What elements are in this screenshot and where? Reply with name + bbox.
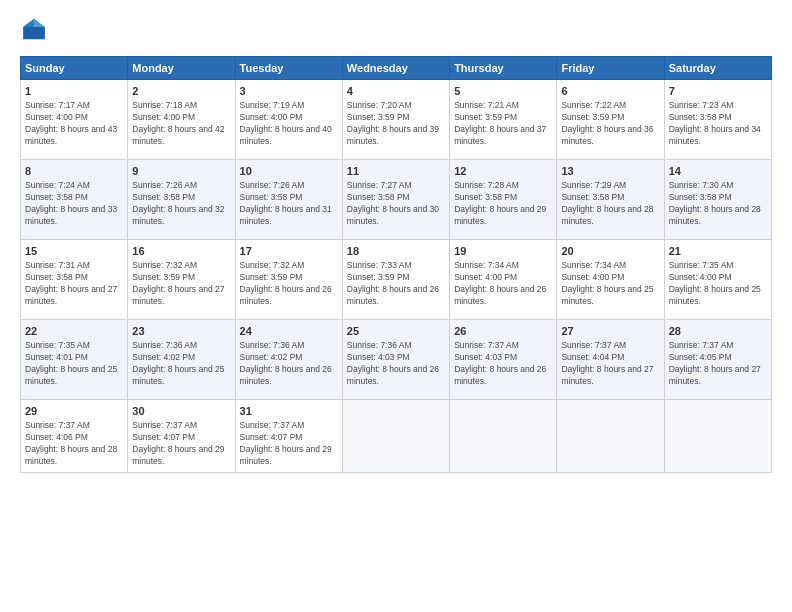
calendar-row: 29Sunrise: 7:37 AMSunset: 4:06 PMDayligh…: [21, 400, 772, 473]
calendar-row: 22Sunrise: 7:35 AMSunset: 4:01 PMDayligh…: [21, 320, 772, 400]
day-info: Sunrise: 7:37 AMSunset: 4:07 PMDaylight:…: [132, 420, 230, 468]
day-number: 17: [240, 244, 338, 259]
day-info: Sunrise: 7:34 AMSunset: 4:00 PMDaylight:…: [561, 260, 659, 308]
calendar-cell: 16Sunrise: 7:32 AMSunset: 3:59 PMDayligh…: [128, 240, 235, 320]
day-number: 16: [132, 244, 230, 259]
day-info: Sunrise: 7:32 AMSunset: 3:59 PMDaylight:…: [132, 260, 230, 308]
day-info: Sunrise: 7:20 AMSunset: 3:59 PMDaylight:…: [347, 100, 445, 148]
day-info: Sunrise: 7:34 AMSunset: 4:00 PMDaylight:…: [454, 260, 552, 308]
day-number: 27: [561, 324, 659, 339]
calendar-cell: 4Sunrise: 7:20 AMSunset: 3:59 PMDaylight…: [342, 80, 449, 160]
day-number: 24: [240, 324, 338, 339]
calendar-cell: [342, 400, 449, 473]
day-of-week-saturday: Saturday: [664, 57, 771, 80]
day-number: 14: [669, 164, 767, 179]
day-info: Sunrise: 7:21 AMSunset: 3:59 PMDaylight:…: [454, 100, 552, 148]
day-info: Sunrise: 7:28 AMSunset: 3:58 PMDaylight:…: [454, 180, 552, 228]
day-number: 6: [561, 84, 659, 99]
day-info: Sunrise: 7:36 AMSunset: 4:03 PMDaylight:…: [347, 340, 445, 388]
day-info: Sunrise: 7:33 AMSunset: 3:59 PMDaylight:…: [347, 260, 445, 308]
day-number: 26: [454, 324, 552, 339]
calendar-cell: [664, 400, 771, 473]
calendar-table: SundayMondayTuesdayWednesdayThursdayFrid…: [20, 56, 772, 473]
calendar-cell: 15Sunrise: 7:31 AMSunset: 3:58 PMDayligh…: [21, 240, 128, 320]
day-number: 23: [132, 324, 230, 339]
day-info: Sunrise: 7:36 AMSunset: 4:02 PMDaylight:…: [240, 340, 338, 388]
day-number: 7: [669, 84, 767, 99]
calendar-cell: 2Sunrise: 7:18 AMSunset: 4:00 PMDaylight…: [128, 80, 235, 160]
calendar-cell: 1Sunrise: 7:17 AMSunset: 4:00 PMDaylight…: [21, 80, 128, 160]
day-number: 2: [132, 84, 230, 99]
day-info: Sunrise: 7:22 AMSunset: 3:59 PMDaylight:…: [561, 100, 659, 148]
svg-marker-1: [34, 19, 45, 27]
calendar-row: 8Sunrise: 7:24 AMSunset: 3:58 PMDaylight…: [21, 160, 772, 240]
calendar-cell: 12Sunrise: 7:28 AMSunset: 3:58 PMDayligh…: [450, 160, 557, 240]
day-number: 8: [25, 164, 123, 179]
calendar-cell: 27Sunrise: 7:37 AMSunset: 4:04 PMDayligh…: [557, 320, 664, 400]
calendar-cell: 10Sunrise: 7:26 AMSunset: 3:58 PMDayligh…: [235, 160, 342, 240]
calendar-cell: 25Sunrise: 7:36 AMSunset: 4:03 PMDayligh…: [342, 320, 449, 400]
page: SundayMondayTuesdayWednesdayThursdayFrid…: [0, 0, 792, 612]
day-number: 5: [454, 84, 552, 99]
day-number: 18: [347, 244, 445, 259]
day-number: 12: [454, 164, 552, 179]
day-number: 1: [25, 84, 123, 99]
day-number: 13: [561, 164, 659, 179]
day-info: Sunrise: 7:27 AMSunset: 3:58 PMDaylight:…: [347, 180, 445, 228]
day-number: 10: [240, 164, 338, 179]
logo-icon: [20, 16, 48, 44]
day-of-week-tuesday: Tuesday: [235, 57, 342, 80]
day-info: Sunrise: 7:37 AMSunset: 4:04 PMDaylight:…: [561, 340, 659, 388]
calendar-cell: 29Sunrise: 7:37 AMSunset: 4:06 PMDayligh…: [21, 400, 128, 473]
day-number: 29: [25, 404, 123, 419]
calendar-cell: 17Sunrise: 7:32 AMSunset: 3:59 PMDayligh…: [235, 240, 342, 320]
calendar-cell: 21Sunrise: 7:35 AMSunset: 4:00 PMDayligh…: [664, 240, 771, 320]
day-number: 31: [240, 404, 338, 419]
day-number: 3: [240, 84, 338, 99]
calendar-header-row: SundayMondayTuesdayWednesdayThursdayFrid…: [21, 57, 772, 80]
day-info: Sunrise: 7:29 AMSunset: 3:58 PMDaylight:…: [561, 180, 659, 228]
calendar-cell: 22Sunrise: 7:35 AMSunset: 4:01 PMDayligh…: [21, 320, 128, 400]
day-info: Sunrise: 7:30 AMSunset: 3:58 PMDaylight:…: [669, 180, 767, 228]
day-number: 19: [454, 244, 552, 259]
calendar-cell: 6Sunrise: 7:22 AMSunset: 3:59 PMDaylight…: [557, 80, 664, 160]
day-number: 15: [25, 244, 123, 259]
calendar-cell: 11Sunrise: 7:27 AMSunset: 3:58 PMDayligh…: [342, 160, 449, 240]
svg-marker-2: [23, 19, 34, 27]
day-info: Sunrise: 7:36 AMSunset: 4:02 PMDaylight:…: [132, 340, 230, 388]
calendar-cell: 3Sunrise: 7:19 AMSunset: 4:00 PMDaylight…: [235, 80, 342, 160]
day-info: Sunrise: 7:18 AMSunset: 4:00 PMDaylight:…: [132, 100, 230, 148]
day-of-week-thursday: Thursday: [450, 57, 557, 80]
day-info: Sunrise: 7:37 AMSunset: 4:03 PMDaylight:…: [454, 340, 552, 388]
day-info: Sunrise: 7:24 AMSunset: 3:58 PMDaylight:…: [25, 180, 123, 228]
day-number: 9: [132, 164, 230, 179]
calendar-cell: 14Sunrise: 7:30 AMSunset: 3:58 PMDayligh…: [664, 160, 771, 240]
calendar-cell: 30Sunrise: 7:37 AMSunset: 4:07 PMDayligh…: [128, 400, 235, 473]
day-number: 4: [347, 84, 445, 99]
calendar-cell: 24Sunrise: 7:36 AMSunset: 4:02 PMDayligh…: [235, 320, 342, 400]
day-info: Sunrise: 7:35 AMSunset: 4:01 PMDaylight:…: [25, 340, 123, 388]
day-info: Sunrise: 7:23 AMSunset: 3:58 PMDaylight:…: [669, 100, 767, 148]
calendar-row: 1Sunrise: 7:17 AMSunset: 4:00 PMDaylight…: [21, 80, 772, 160]
calendar-row: 15Sunrise: 7:31 AMSunset: 3:58 PMDayligh…: [21, 240, 772, 320]
day-info: Sunrise: 7:35 AMSunset: 4:00 PMDaylight:…: [669, 260, 767, 308]
day-info: Sunrise: 7:37 AMSunset: 4:06 PMDaylight:…: [25, 420, 123, 468]
calendar-cell: 20Sunrise: 7:34 AMSunset: 4:00 PMDayligh…: [557, 240, 664, 320]
calendar-cell: [557, 400, 664, 473]
calendar-cell: 8Sunrise: 7:24 AMSunset: 3:58 PMDaylight…: [21, 160, 128, 240]
day-number: 25: [347, 324, 445, 339]
day-info: Sunrise: 7:19 AMSunset: 4:00 PMDaylight:…: [240, 100, 338, 148]
day-info: Sunrise: 7:26 AMSunset: 3:58 PMDaylight:…: [132, 180, 230, 228]
calendar-cell: 31Sunrise: 7:37 AMSunset: 4:07 PMDayligh…: [235, 400, 342, 473]
calendar-cell: 7Sunrise: 7:23 AMSunset: 3:58 PMDaylight…: [664, 80, 771, 160]
calendar-cell: 26Sunrise: 7:37 AMSunset: 4:03 PMDayligh…: [450, 320, 557, 400]
calendar-cell: 28Sunrise: 7:37 AMSunset: 4:05 PMDayligh…: [664, 320, 771, 400]
calendar-cell: [450, 400, 557, 473]
day-number: 11: [347, 164, 445, 179]
calendar-cell: 9Sunrise: 7:26 AMSunset: 3:58 PMDaylight…: [128, 160, 235, 240]
day-info: Sunrise: 7:37 AMSunset: 4:05 PMDaylight:…: [669, 340, 767, 388]
calendar-cell: 23Sunrise: 7:36 AMSunset: 4:02 PMDayligh…: [128, 320, 235, 400]
day-info: Sunrise: 7:37 AMSunset: 4:07 PMDaylight:…: [240, 420, 338, 468]
day-of-week-wednesday: Wednesday: [342, 57, 449, 80]
day-info: Sunrise: 7:17 AMSunset: 4:00 PMDaylight:…: [25, 100, 123, 148]
